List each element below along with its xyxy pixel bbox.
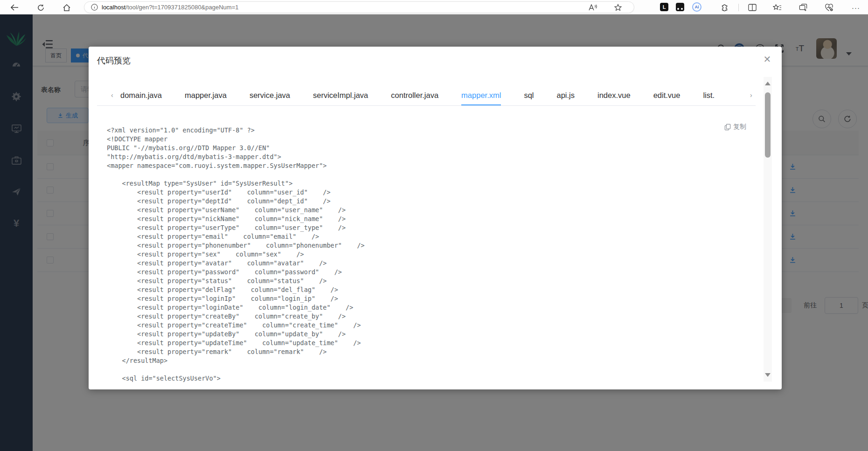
file-tab-sql[interactable]: sql [524,86,534,105]
file-tab-mapper-java[interactable]: mapper.java [185,86,227,105]
collections-icon[interactable] [798,2,808,13]
toolbar-divider [738,4,739,11]
file-tab-api-js[interactable]: api.js [556,86,575,105]
ai-extension-icon[interactable]: Ai [692,2,701,12]
back-icon[interactable] [8,2,21,13]
tabs-prev-icon[interactable]: ‹ [111,91,113,99]
file-tab-domain-java[interactable]: domain.java [120,86,162,105]
favorites-list-icon[interactable] [772,2,782,13]
file-tab-controller-java[interactable]: controller.java [391,86,438,105]
screen: localhost/tool/gen?t=1709371825080&pageN… [0,0,868,451]
file-tab-mapper-xml[interactable]: mapper.xml [461,86,501,105]
app-viewport: ¥ 首页/系统工具/代码生成 TT 首页 代码生成 表名称 [0,14,868,451]
l-extension-icon[interactable]: L [660,3,668,11]
file-tab-serviceImpl-java[interactable]: serviceImpl.java [313,86,368,105]
split-screen-icon[interactable] [747,2,757,13]
url-host: localhost [102,4,125,11]
file-tab-service-java[interactable]: service.java [250,86,290,105]
file-tab-bar: ‹ domain.javamapper.javaservice.javaserv… [97,86,756,106]
url-path: /tool/gen?t=1709371825080&pageNum=1 [125,4,238,11]
file-tab-list-[interactable]: list. [703,86,715,105]
scroll-down-icon[interactable] [765,373,771,377]
more-menu-icon[interactable]: ··· [850,2,862,13]
file-tab-index-vue[interactable]: index.vue [597,86,631,105]
file-tab-edit-vue[interactable]: edit.vue [653,86,681,105]
extensions-puzzle-icon[interactable] [720,2,729,12]
scrollbar-thumb[interactable] [765,92,771,158]
tabs-next-icon[interactable]: › [750,91,752,99]
close-icon[interactable]: ✕ [760,52,774,66]
url-text[interactable]: localhost/tool/gen?t=1709371825080&pageN… [102,4,238,11]
address-bar[interactable]: localhost/tool/gen?t=1709371825080&pageN… [84,1,634,13]
code-content: <?xml version="1.0" encoding="UTF-8" ?> … [107,126,750,383]
info-icon[interactable] [91,4,98,11]
home-icon[interactable] [61,2,73,13]
browser-essentials-icon[interactable] [824,2,834,13]
read-aloud-icon[interactable] [587,2,598,13]
favorite-star-icon[interactable] [612,2,624,13]
scroll-up-icon[interactable] [765,82,771,85]
modal-scrollbar [764,77,772,382]
modal-file-tabs: domain.javamapper.javaservice.javaservic… [120,86,715,105]
dark-extension-icon[interactable] [676,3,684,11]
refresh-icon[interactable] [35,2,47,13]
browser-chrome: localhost/tool/gen?t=1709371825080&pageN… [0,0,868,14]
code-preview-dialog: 代码预览 ✕ ‹ domain.javamapper.javaservice.j… [89,47,782,389]
dialog-title: 代码预览 [97,55,131,66]
